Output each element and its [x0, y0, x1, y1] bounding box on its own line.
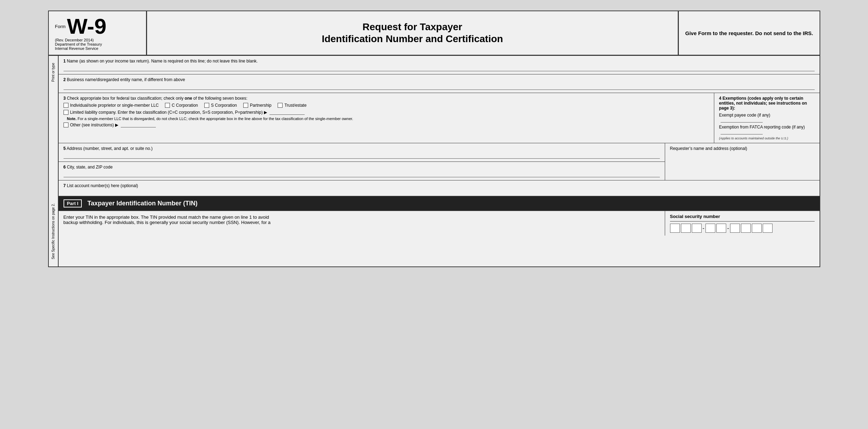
field-6-desc: City, state, and ZIP code	[67, 165, 113, 170]
form-rev: (Rev. December 2014)	[55, 38, 140, 42]
checkbox-individual-label: Individual/sole proprietor or single-mem…	[70, 103, 159, 108]
field-3-desc2: of the following seven boxes:	[193, 96, 247, 101]
field-2-input[interactable]	[64, 84, 815, 90]
field-1-desc: Name (as shown on your income tax return…	[67, 59, 258, 64]
exempt-payee-row: Exempt payee code (if any)	[719, 113, 815, 123]
field-3-section: 3 Check appropriate box for federal tax …	[59, 93, 820, 143]
header-left: FormW-9 (Rev. December 2014) Department …	[49, 11, 147, 55]
checkbox-partnership-box[interactable]	[243, 103, 248, 108]
ssn-box-1[interactable]	[670, 224, 680, 233]
field-3-desc: Check appropriate box for federal tax cl…	[67, 96, 184, 101]
requester-label: Requester’s name and address (optional)	[670, 146, 747, 151]
note-content: For a single-member LLC that is disregar…	[78, 117, 353, 121]
checkbox-trust-box[interactable]	[278, 103, 283, 108]
field-6-input[interactable]	[64, 171, 660, 177]
fatca-label: Exemption from FATCA reporting code (if …	[719, 125, 805, 130]
field-6-label: 6 City, state, and ZIP code	[64, 165, 660, 170]
checkbox-partnership[interactable]: Partnership	[243, 103, 271, 108]
other-text: Other (see instructions) ▶	[70, 123, 118, 127]
field-4-desc: Exemptions (codes apply only to certain …	[719, 96, 807, 111]
field-2-row: 2 Business name/disregarded entity name,…	[59, 74, 820, 93]
field-5-desc: Address (number, street, and apt. or sui…	[67, 146, 153, 151]
field-7-desc: List account number(s) here (optional)	[67, 183, 138, 188]
form-label: Form	[55, 24, 66, 29]
note-text: Note. For a single-member LLC that is di…	[64, 117, 709, 121]
exempt-payee-input[interactable]	[721, 118, 763, 123]
field-4-label: 4 Exemptions (codes apply only to certai…	[719, 96, 815, 111]
form-w9: FormW-9 (Rev. December 2014) Department …	[48, 11, 820, 267]
header-title-line2: Identification Number and Certification	[322, 33, 503, 45]
part1-left: Enter your TIN in the appropriate box. T…	[59, 211, 665, 236]
checkbox-s-corp-label: S Corporation	[211, 103, 237, 108]
ssn-box-2[interactable]	[681, 224, 691, 233]
sidebar-bottom-text: See Specific Instructions on page 2.	[51, 203, 55, 259]
checkbox-trust[interactable]: Trust/estate	[278, 103, 306, 108]
checkbox-s-corp-box[interactable]	[204, 103, 209, 108]
field-7-label: 7 List account number(s) here (optional)	[64, 183, 815, 188]
checkbox-trust-label: Trust/estate	[284, 103, 306, 108]
part1-content: Enter your TIN in the appropriate box. T…	[59, 210, 820, 236]
field-2-label: 2 Business name/disregarded entity name,…	[64, 77, 815, 82]
form-fields: 1 Name (as shown on your income tax retu…	[59, 56, 820, 266]
field-3-label: 3 Check appropriate box for federal tax …	[64, 96, 709, 101]
part1-desc1: Enter your TIN in the appropriate box. T…	[64, 214, 660, 220]
ssn-box-7[interactable]	[741, 224, 751, 233]
llc-checkbox-box[interactable]	[64, 110, 68, 115]
tax-class-left: 3 Check appropriate box for federal tax …	[59, 93, 714, 143]
ssn-box-9[interactable]	[763, 224, 773, 233]
checkbox-c-corp-label: C Corporation	[172, 103, 198, 108]
header-title-line1: Request for Taxpayer	[322, 21, 503, 33]
ssn-boxes: - -	[670, 224, 815, 233]
fatca-row: Exemption from FATCA reporting code (if …	[719, 125, 815, 134]
field-5-input[interactable]	[64, 152, 660, 159]
header-right-text: Give Form to the requester. Do not send …	[685, 29, 813, 37]
address-section: 5 Address (number, street, and apt. or s…	[59, 143, 820, 180]
ssn-box-6[interactable]	[730, 224, 740, 233]
other-row: Other (see instructions) ▶	[64, 123, 709, 127]
ssn-box-4[interactable]	[705, 224, 715, 233]
fatca-note: (Applies to accounts maintained outside …	[719, 137, 815, 140]
other-input[interactable]	[121, 123, 156, 127]
ssn-box-5[interactable]	[716, 224, 726, 233]
checkbox-individual-box[interactable]	[64, 103, 68, 108]
field-1-input[interactable]	[64, 65, 815, 71]
header-center: Request for Taxpayer Identification Numb…	[147, 11, 678, 55]
checkbox-row-1: Individual/sole proprietor or single-mem…	[64, 103, 709, 108]
checkbox-partnership-label: Partnership	[250, 103, 271, 108]
header-right: Give Form to the requester. Do not send …	[678, 11, 819, 55]
ssn-label: Social security number	[670, 214, 815, 222]
part1-header: Part I Taxpayer Identification Number (T…	[59, 197, 820, 210]
form-dept1: Department of the Treasury	[55, 42, 140, 46]
fatca-input[interactable]	[721, 130, 763, 134]
requester-section: Requester’s name and address (optional)	[665, 143, 820, 180]
address-left: 5 Address (number, street, and apt. or s…	[59, 143, 665, 180]
form-header: FormW-9 (Rev. December 2014) Department …	[49, 11, 820, 56]
llc-text: Limited liability company. Enter the tax…	[70, 110, 267, 115]
checkbox-c-corp-box[interactable]	[165, 103, 170, 108]
sidebar-top-text: Print or type	[51, 63, 55, 82]
part1-title: Taxpayer Identification Number (TIN)	[87, 200, 198, 207]
checkbox-individual[interactable]: Individual/sole proprietor or single-mem…	[64, 103, 159, 108]
form-number: W-9	[67, 15, 106, 37]
checkbox-s-corp[interactable]: S Corporation	[204, 103, 237, 108]
other-checkbox-box[interactable]	[64, 123, 68, 127]
llc-input[interactable]	[270, 110, 305, 115]
field-5-label: 5 Address (number, street, and apt. or s…	[64, 146, 660, 151]
field-2-desc: Business name/disregarded entity name, i…	[67, 77, 185, 82]
sidebar: Print or type See Specific Instructions …	[49, 56, 59, 266]
checkbox-c-corp[interactable]: C Corporation	[165, 103, 198, 108]
field-4-right: 4 Exemptions (codes apply only to certai…	[714, 93, 820, 143]
field-6-row: 6 City, state, and ZIP code	[59, 162, 665, 180]
exempt-payee-label: Exempt payee code (if any)	[719, 113, 770, 118]
ssn-box-3[interactable]	[692, 224, 702, 233]
part1-badge: Part I	[64, 199, 82, 207]
ssn-box-8[interactable]	[752, 224, 762, 233]
part1-right: Social security number - -	[665, 211, 820, 236]
field-1-row: 1 Name (as shown on your income tax retu…	[59, 56, 820, 74]
llc-row: Limited liability company. Enter the tax…	[64, 110, 709, 115]
ssn-dash-2: -	[727, 225, 729, 231]
ssn-dash-1: -	[703, 225, 704, 231]
part1-desc2: backup withholding. For individuals, thi…	[64, 220, 660, 225]
form-body: Print or type See Specific Instructions …	[49, 56, 820, 266]
field-5-row: 5 Address (number, street, and apt. or s…	[59, 143, 665, 162]
